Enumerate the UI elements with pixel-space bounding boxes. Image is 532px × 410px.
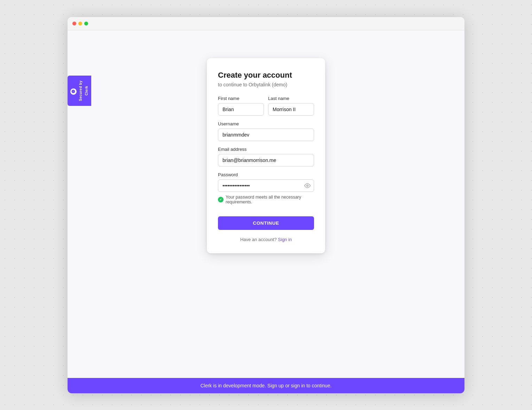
first-name-group: First name <box>218 96 264 116</box>
browser-dots <box>72 22 88 25</box>
last-name-label: Last name <box>268 96 314 101</box>
password-wrapper <box>218 179 314 192</box>
signin-section: Have an account? Sign in <box>218 237 314 242</box>
continue-button[interactable]: CONTINUE <box>218 216 314 230</box>
password-label: Password <box>218 172 314 177</box>
browser-content: Secured by Clerk Create your account to … <box>68 30 464 393</box>
signin-text: Have an account? <box>240 237 277 242</box>
password-hint: Your password meets all the necessary re… <box>218 195 314 204</box>
username-input[interactable] <box>218 129 314 141</box>
last-name-input[interactable] <box>268 103 314 116</box>
clerk-secured-tab[interactable]: Secured by Clerk <box>68 76 91 106</box>
check-icon <box>218 197 224 202</box>
email-label: Email address <box>218 147 314 152</box>
clerk-tab-label: Secured by <box>79 80 83 101</box>
modal-title: Create your account <box>218 71 314 80</box>
email-group: Email address <box>218 147 314 167</box>
email-input[interactable] <box>218 154 314 167</box>
name-row: First name Last name <box>218 96 314 116</box>
password-group: Password Your password meets all the nec… <box>218 172 314 211</box>
password-input[interactable] <box>218 179 314 192</box>
signup-modal: Create your account to continue to Orbyt… <box>207 58 325 253</box>
eye-icon[interactable] <box>304 183 311 189</box>
last-name-group: Last name <box>268 96 314 116</box>
username-label: Username <box>218 121 314 126</box>
clerk-tab-brand: Clerk <box>85 86 88 95</box>
modal-subtitle: to continue to Orbytalink (demo) <box>218 82 314 87</box>
close-dot[interactable] <box>72 22 76 25</box>
signin-link[interactable]: Sign in <box>278 237 292 242</box>
dev-banner-text: Clerk is in development mode. Sign up or… <box>201 383 332 388</box>
username-group: Username <box>218 121 314 141</box>
clerk-logo <box>70 88 77 94</box>
minimize-dot[interactable] <box>78 22 82 25</box>
first-name-input[interactable] <box>218 103 264 116</box>
dev-mode-banner: Clerk is in development mode. Sign up or… <box>68 378 464 393</box>
first-name-label: First name <box>218 96 264 101</box>
browser-window: ⋮ Secured by Clerk Create your account t… <box>68 17 464 393</box>
svg-point-1 <box>307 185 308 186</box>
maximize-dot[interactable] <box>84 22 88 25</box>
password-hint-text: Your password meets all the necessary re… <box>226 195 314 204</box>
browser-chrome: ⋮ <box>68 17 464 30</box>
